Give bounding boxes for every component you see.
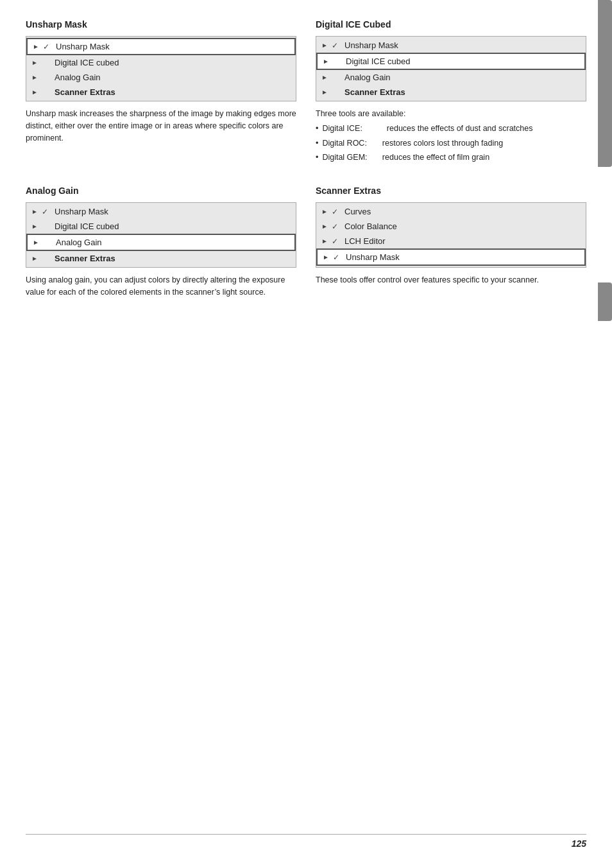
check-spacer — [332, 88, 341, 97]
menu-item-scanner-lch[interactable]: ► ✓ LCH Editor — [316, 234, 586, 248]
arrow-icon: ► — [321, 89, 329, 96]
check-spacer — [42, 222, 51, 231]
arrow-icon: ► — [33, 43, 40, 50]
bullet-dot: • — [316, 152, 318, 164]
menu-item-analog-gain-unsharp[interactable]: ► ✓ Unsharp Mask — [26, 204, 296, 219]
menu-label: Digital ICE cubed — [55, 221, 119, 231]
section-analog-gain: Analog Gain ► ✓ Unsharp Mask ► Digital I… — [26, 186, 296, 299]
bullet-term: Digital ICE: — [322, 123, 380, 135]
page: Unsharp Mask ► ✓ Unsharp Mask ► Digital … — [0, 0, 612, 868]
bullet-content: Digital GEM: reduces the effect of film … — [322, 152, 489, 164]
bullet-item-gem: • Digital GEM: reduces the effect of fil… — [316, 152, 586, 164]
arrow-icon: ► — [31, 59, 39, 66]
menu-box-scanner-extras: ► ✓ Curves ► ✓ Color Balance ► ✓ LCH Edi… — [316, 202, 586, 268]
bullet-item-roc: • Digital ROC: restores colors lost thro… — [316, 137, 586, 150]
digital-ice-bullets: • Digital ICE: reduces the effects of du… — [316, 123, 586, 164]
arrow-icon: ► — [321, 223, 329, 230]
menu-item-unsharp-mask-digital[interactable]: ► Digital ICE cubed — [26, 55, 296, 70]
arrow-icon: ► — [323, 58, 330, 65]
menu-label: Unsharp Mask — [346, 252, 400, 262]
section-title-scanner-extras: Scanner Extras — [316, 186, 586, 196]
bullet-term: Digital ROC: — [322, 137, 380, 150]
menu-box-analog-gain: ► ✓ Unsharp Mask ► Digital ICE cubed ► A… — [26, 202, 296, 268]
bottom-footer: 125 — [26, 834, 586, 849]
menu-label: Scanner Extras — [55, 254, 115, 263]
bullet-content: Digital ICE: reduces the effects of dust… — [322, 123, 532, 135]
bullet-dot: • — [316, 137, 318, 150]
scanner-extras-description: These tools offer control over features … — [316, 274, 586, 286]
menu-label: Scanner Extras — [344, 87, 405, 97]
section-scanner-extras: Scanner Extras ► ✓ Curves ► ✓ Color Bala… — [316, 186, 586, 299]
menu-item-digital-ice-unsharp[interactable]: ► ✓ Unsharp Mask — [316, 38, 586, 53]
menu-box-unsharp-mask: ► ✓ Unsharp Mask ► Digital ICE cubed ► A… — [26, 36, 296, 101]
menu-box-digital-ice: ► ✓ Unsharp Mask ► Digital ICE cubed ► A… — [316, 36, 586, 101]
arrow-icon: ► — [321, 208, 329, 215]
section-title-digital-ice: Digital ICE Cubed — [316, 19, 586, 30]
arrow-icon: ► — [31, 74, 39, 81]
section-title-analog-gain: Analog Gain — [26, 186, 296, 196]
menu-item-digital-ice-analog[interactable]: ► Analog Gain — [316, 70, 586, 85]
arrow-icon: ► — [31, 255, 39, 262]
menu-label: Unsharp Mask — [55, 207, 108, 216]
menu-item-scanner-curves[interactable]: ► ✓ Curves — [316, 204, 586, 219]
main-columns: Unsharp Mask ► ✓ Unsharp Mask ► Digital … — [26, 19, 586, 318]
check-icon: ✓ — [43, 42, 52, 51]
page-number: 125 — [572, 838, 586, 849]
bullet-dot: • — [316, 123, 318, 135]
menu-item-scanner-unsharp[interactable]: ► ✓ Unsharp Mask — [316, 248, 586, 266]
arrow-icon: ► — [31, 223, 39, 230]
menu-item-analog-gain-digital[interactable]: ► Digital ICE cubed — [26, 219, 296, 234]
section-title-unsharp-mask: Unsharp Mask — [26, 19, 296, 30]
check-spacer — [42, 58, 51, 67]
right-tab-bottom — [598, 282, 612, 321]
arrow-icon: ► — [321, 74, 329, 81]
check-spacer — [332, 73, 341, 82]
check-spacer — [43, 238, 52, 247]
check-icon: ✓ — [333, 253, 342, 262]
check-spacer — [42, 73, 51, 82]
check-icon: ✓ — [332, 222, 341, 231]
menu-label: LCH Editor — [344, 236, 386, 246]
check-icon: ✓ — [332, 41, 341, 50]
bullet-content: Digital ROC: restores colors lost throug… — [322, 137, 503, 150]
arrow-icon: ► — [33, 239, 40, 246]
check-spacer — [42, 88, 51, 97]
check-icon: ✓ — [332, 237, 341, 246]
menu-label: Digital ICE cubed — [55, 58, 119, 67]
menu-label: Unsharp Mask — [344, 40, 398, 50]
analog-gain-description: Using analog gain, you can adjust colors… — [26, 274, 296, 299]
menu-label: Unsharp Mask — [56, 42, 110, 51]
bullet-item-ice: • Digital ICE: reduces the effects of du… — [316, 123, 586, 135]
check-spacer — [42, 254, 51, 263]
menu-item-analog-gain-scanner[interactable]: ► Scanner Extras — [26, 251, 296, 266]
menu-label: Digital ICE cubed — [346, 56, 410, 66]
menu-label: Analog Gain — [56, 238, 102, 247]
check-icon: ✓ — [332, 207, 341, 216]
menu-label: Curves — [344, 207, 371, 216]
menu-label: Analog Gain — [55, 73, 101, 82]
menu-item-unsharp-mask-scanner[interactable]: ► Scanner Extras — [26, 85, 296, 100]
menu-label: Analog Gain — [344, 73, 391, 82]
menu-item-unsharp-mask-unsharp[interactable]: ► ✓ Unsharp Mask — [26, 38, 296, 55]
bullet-term: Digital GEM: — [322, 152, 380, 164]
section-digital-ice: Digital ICE Cubed ► ✓ Unsharp Mask ► Dig… — [316, 19, 586, 166]
menu-item-unsharp-mask-analog[interactable]: ► Analog Gain — [26, 70, 296, 85]
menu-label: Scanner Extras — [55, 87, 115, 97]
arrow-icon: ► — [31, 89, 39, 96]
menu-item-digital-ice-scanner[interactable]: ► Scanner Extras — [316, 85, 586, 100]
digital-ice-intro: Three tools are available: — [316, 108, 586, 120]
arrow-icon: ► — [321, 238, 329, 245]
section-unsharp-mask: Unsharp Mask ► ✓ Unsharp Mask ► Digital … — [26, 19, 296, 166]
menu-item-analog-gain-analog[interactable]: ► Analog Gain — [26, 234, 296, 251]
menu-label: Color Balance — [344, 221, 397, 231]
arrow-icon: ► — [323, 254, 330, 261]
check-icon: ✓ — [42, 207, 51, 216]
menu-item-digital-ice-digital[interactable]: ► Digital ICE cubed — [316, 53, 586, 70]
arrow-icon: ► — [31, 208, 39, 215]
unsharp-mask-description: Unsharp mask increases the sharpness of … — [26, 108, 296, 144]
menu-item-scanner-color-balance[interactable]: ► ✓ Color Balance — [316, 219, 586, 234]
check-spacer — [333, 57, 342, 66]
right-tab-top — [598, 0, 612, 167]
arrow-icon: ► — [321, 42, 329, 49]
